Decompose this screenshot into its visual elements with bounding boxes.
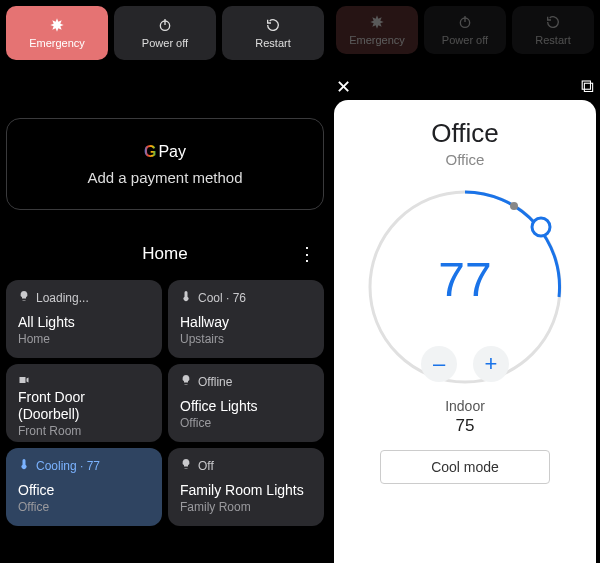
tile-status: Offline (198, 375, 232, 389)
gpay-g: G (144, 143, 156, 161)
open-external-icon[interactable]: ⧉ (581, 76, 594, 100)
camera-icon (18, 374, 30, 389)
power-off-button[interactable]: Power off (114, 6, 216, 60)
close-icon[interactable]: ✕ (336, 76, 351, 100)
tile-sub: Office (18, 500, 150, 514)
tile-sub: Upstairs (180, 332, 312, 346)
thermostat-title: Office (431, 118, 498, 149)
home-title[interactable]: Home (142, 244, 187, 264)
tile-name: Office (18, 482, 150, 499)
power-off-label: Power off (142, 37, 188, 49)
tile-sub: Office (180, 416, 312, 430)
emergency-icon (369, 14, 385, 30)
home-header: Home ⋮ (6, 244, 324, 264)
tile-name: Hallway (180, 314, 312, 331)
tile-text: All LightsHome (18, 314, 150, 346)
tile-name: Front Door (Doorbell) (18, 389, 150, 423)
device-tile[interactable]: Cooling · 77OfficeOffice (6, 448, 162, 526)
tile-text: HallwayUpstairs (180, 314, 312, 346)
emergency-button-dimmed: Emergency (336, 6, 418, 54)
thermostat-room: Office (446, 151, 485, 168)
tile-status-row: Cooling · 77 (18, 458, 150, 473)
emergency-icon (49, 17, 65, 33)
thermostat-dial[interactable]: 77 – + (360, 182, 570, 392)
device-tile[interactable]: Loading...All LightsHome (6, 280, 162, 358)
restart-icon (265, 17, 281, 33)
restart-label: Restart (255, 37, 290, 49)
gpay-text: Pay (158, 143, 186, 161)
gpay-logo: G Pay (144, 143, 186, 161)
tile-name: Family Room Lights (180, 482, 312, 499)
gpay-cta: Add a payment method (87, 169, 242, 186)
tile-sub: Front Room (18, 424, 150, 438)
power-off-button-dimmed: Power off (424, 6, 506, 54)
power-button-row: Emergency Power off Restart (6, 6, 324, 60)
power-icon (457, 14, 473, 30)
temp-minus-button[interactable]: – (421, 346, 457, 382)
tile-text: OfficeOffice (18, 482, 150, 514)
svg-point-5 (510, 202, 518, 210)
tile-status: Off (198, 459, 214, 473)
device-tile[interactable]: Front Door (Doorbell)Front Room (6, 364, 162, 442)
thermo-icon (18, 458, 30, 473)
tile-status-row: Cool · 76 (180, 290, 312, 305)
bulb-icon (180, 458, 192, 473)
setpoint-value: 77 (360, 252, 570, 307)
tile-text: Office LightsOffice (180, 398, 312, 430)
sheet-toolbar: ✕ ⧉ (330, 76, 600, 100)
temp-plus-button[interactable]: + (473, 346, 509, 382)
tile-name: All Lights (18, 314, 150, 331)
tile-status-row: Offline (180, 374, 312, 389)
power-menu-panel: Emergency Power off Restart G Pay Add a … (0, 0, 330, 563)
tile-text: Front Door (Doorbell)Front Room (18, 389, 150, 438)
power-icon (157, 17, 173, 33)
thermostat-sheet: Office Office 77 – + Indoor 75 Cool mode (334, 100, 596, 563)
tile-status-row: Off (180, 458, 312, 473)
tile-text: Family Room LightsFamily Room (180, 482, 312, 514)
device-tile[interactable]: Cool · 76HallwayUpstairs (168, 280, 324, 358)
temp-stepper: – + (360, 346, 570, 382)
restart-button-dimmed: Restart (512, 6, 594, 54)
thermostat-panel: Emergency Power off Restart ✕ ⧉ Office O… (330, 0, 600, 563)
emergency-button[interactable]: Emergency (6, 6, 108, 60)
tile-status: Cooling · 77 (36, 459, 100, 473)
device-tile[interactable]: OfflineOffice LightsOffice (168, 364, 324, 442)
bulb-icon (180, 374, 192, 389)
svg-point-6 (532, 218, 550, 236)
device-tile[interactable]: OffFamily Room LightsFamily Room (168, 448, 324, 526)
tile-status: Loading... (36, 291, 89, 305)
tile-sub: Home (18, 332, 150, 346)
thermo-icon (180, 290, 192, 305)
svg-point-2 (460, 18, 469, 27)
tile-sub: Family Room (180, 500, 312, 514)
indoor-label: Indoor (445, 398, 485, 414)
emergency-label: Emergency (29, 37, 85, 49)
restart-icon (545, 14, 561, 30)
tile-status-row (18, 374, 150, 389)
device-grid: Loading...All LightsHomeCool · 76Hallway… (6, 280, 324, 526)
bulb-icon (18, 290, 30, 305)
gpay-card[interactable]: G Pay Add a payment method (6, 118, 324, 210)
power-button-row-dimmed: Emergency Power off Restart (330, 0, 600, 54)
mode-button[interactable]: Cool mode (380, 450, 550, 484)
restart-button[interactable]: Restart (222, 6, 324, 60)
tile-name: Office Lights (180, 398, 312, 415)
tile-status-row: Loading... (18, 290, 150, 305)
tile-status: Cool · 76 (198, 291, 246, 305)
indoor-value: 75 (456, 416, 475, 436)
